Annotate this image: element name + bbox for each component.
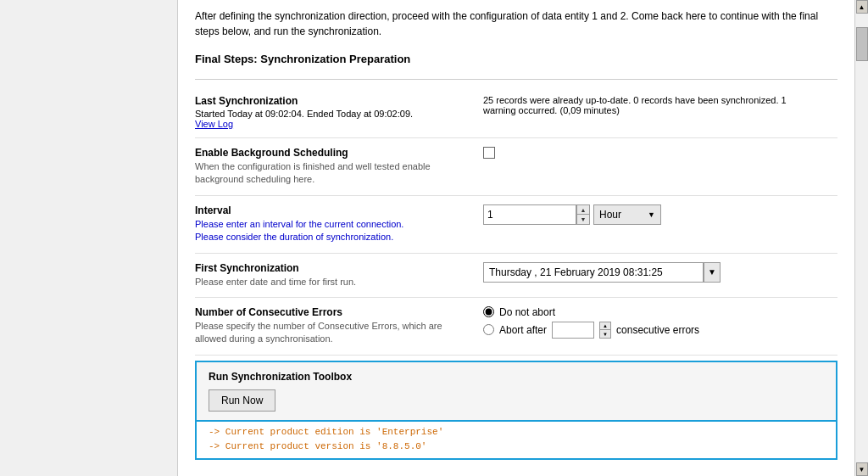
intro-text: After defining the synchronization direc… [195, 8, 837, 39]
consecutive-errors-left: Number of Consecutive Errors Please spec… [195, 306, 483, 346]
abort-after-input[interactable] [552, 322, 594, 339]
output-line-2: -> Current product version is '8.8.5.0' [209, 440, 824, 455]
first-sync-desc: Please enter date and time for first run… [195, 277, 356, 287]
first-sync-left: First Synchronization Please enter date … [195, 262, 483, 288]
abort-after-label: Abort after [499, 324, 547, 336]
bg-scheduling-left: Enable Background Scheduling When the co… [195, 147, 483, 187]
interval-up[interactable]: ▲ [577, 205, 589, 216]
interval-desc1: Please enter an interval for the current… [195, 219, 403, 229]
consecutive-errors-suffix: consecutive errors [616, 324, 699, 336]
bg-scheduling-label: Enable Background Scheduling [195, 147, 475, 159]
consecutive-errors-desc: Please specify the number of Consecutive… [195, 321, 442, 344]
consecutive-errors-right: Do not abort Abort after ▲ ▼ consecutive… [483, 306, 837, 339]
scrollbar-thumb[interactable] [856, 27, 868, 61]
interval-unit[interactable]: Hour ▼ [593, 204, 661, 225]
view-log-link[interactable]: View Log [195, 119, 233, 129]
scroll-down-arrow[interactable]: ▼ [856, 462, 868, 476]
separator-1 [195, 79, 837, 80]
consecutive-errors-label: Number of Consecutive Errors [195, 306, 475, 318]
interval-input[interactable] [483, 204, 576, 225]
output-section: -> Current product edition is 'Enterpris… [195, 422, 837, 460]
interval-unit-arrow: ▼ [648, 210, 655, 219]
last-sync-right: 25 records were already up-to-date. 0 re… [483, 95, 837, 115]
scroll-up-arrow[interactable]: ▲ [856, 0, 868, 14]
calendar-icon: ▼ [708, 267, 716, 277]
do-not-abort-label: Do not abort [499, 306, 555, 318]
bg-scheduling-desc: When the configuration is finished and w… [195, 161, 431, 184]
interval-desc2: Please consider the duration of synchron… [195, 232, 393, 242]
first-sync-label: First Synchronization [195, 262, 475, 274]
consecutive-errors-radio-group: Do not abort Abort after ▲ ▼ consecutive… [483, 306, 699, 339]
last-sync-section: Last Synchronization Started Today at 09… [195, 87, 837, 138]
interval-down[interactable]: ▼ [577, 215, 589, 224]
left-panel [0, 0, 178, 476]
consecutive-errors-section: Number of Consecutive Errors Please spec… [195, 298, 837, 356]
interval-right: ▲ ▼ Hour ▼ [483, 204, 837, 225]
scrollbar[interactable]: ▲ ▼ [854, 0, 868, 476]
run-now-button[interactable]: Run Now [209, 389, 275, 412]
abort-up[interactable]: ▲ [600, 322, 610, 331]
interval-unit-label: Hour [599, 209, 621, 221]
first-sync-section: First Synchronization Please enter date … [195, 254, 837, 298]
last-sync-label: Last Synchronization [195, 95, 475, 107]
interval-left: Interval Please enter an interval for th… [195, 204, 483, 244]
last-sync-started: Started Today at 09:02:04. Ended Today a… [195, 109, 413, 119]
first-sync-date-input[interactable]: Thursday , 21 February 2019 08:31:25 [483, 262, 704, 283]
main-content: After defining the synchronization direc… [178, 0, 854, 476]
abort-after-radio[interactable] [483, 324, 494, 335]
first-sync-right: Thursday , 21 February 2019 08:31:25 ▼ [483, 262, 837, 283]
abort-after-spinner[interactable]: ▲ ▼ [599, 322, 611, 339]
abort-after-row: Abort after ▲ ▼ consecutive errors [483, 322, 699, 339]
last-sync-info: Started Today at 09:02:04. Ended Today a… [195, 109, 475, 129]
first-sync-date-picker[interactable]: ▼ [704, 262, 721, 283]
last-sync-left: Last Synchronization Started Today at 09… [195, 95, 483, 129]
do-not-abort-row: Do not abort [483, 306, 699, 318]
bg-scheduling-checkbox-container[interactable] [483, 147, 495, 159]
toolbox-title: Run Synchronization Toolbox [209, 371, 824, 383]
bg-scheduling-section: Enable Background Scheduling When the co… [195, 138, 837, 196]
abort-down[interactable]: ▼ [600, 330, 610, 338]
first-sync-date-value: Thursday , 21 February 2019 08:31:25 [489, 266, 663, 278]
interval-spinner[interactable]: ▲ ▼ [576, 204, 590, 225]
interval-section: Interval Please enter an interval for th… [195, 196, 837, 254]
toolbox-section: Run Synchronization Toolbox Run Now [195, 361, 837, 422]
output-line-1: -> Current product edition is 'Enterpris… [209, 425, 824, 440]
bg-scheduling-right [483, 147, 837, 159]
final-steps-title: Final Steps: Synchronization Preparation [195, 53, 837, 65]
bg-scheduling-checkbox[interactable] [483, 147, 495, 159]
interval-label: Interval [195, 204, 475, 216]
do-not-abort-radio[interactable] [483, 306, 494, 317]
sync-result-text: 25 records were already up-to-date. 0 re… [483, 95, 788, 115]
